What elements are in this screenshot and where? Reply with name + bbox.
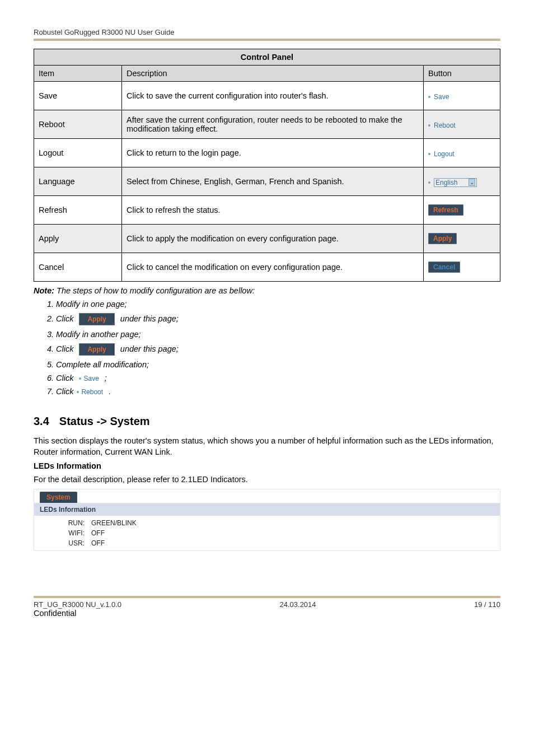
leds-value: GREEN/BLINK	[91, 519, 137, 527]
button-cell: English⌄	[424, 167, 500, 196]
step-6: Click Save ;	[56, 371, 500, 385]
logout-link[interactable]: Logout	[428, 150, 455, 158]
step-1: Modify in one page;	[56, 297, 500, 311]
steps-list: Modify in one page; Click Apply under th…	[56, 297, 500, 398]
section-heading: 3.4 Status -> System	[34, 415, 500, 428]
leds-row: USR:OFF	[34, 538, 500, 548]
item-cell: Logout	[34, 139, 122, 167]
leds-value: OFF	[91, 529, 105, 537]
button-cell: Reboot	[424, 110, 500, 139]
item-cell: Refresh	[34, 196, 122, 225]
footer-center: 24.03.2014	[279, 600, 316, 609]
section-title: Status -> System	[59, 415, 150, 428]
leds-info-header: LEDs Information	[34, 503, 500, 516]
leds-row: RUN:GREEN/BLINK	[34, 518, 500, 528]
col-item: Item	[34, 66, 122, 82]
note-label: Note:	[34, 286, 54, 295]
leds-value: OFF	[91, 539, 105, 547]
tab-row: System	[34, 489, 500, 503]
item-cell: Cancel	[34, 253, 122, 282]
leds-grid: RUN:GREEN/BLINKWIFI:OFFUSR:OFF	[34, 516, 500, 550]
desc-cell: Click to save the current configuration …	[122, 82, 424, 110]
leds-label: RUN:	[51, 519, 91, 527]
item-cell: Reboot	[34, 110, 122, 139]
save-link-inline[interactable]: Save	[79, 375, 99, 382]
language-select[interactable]: English⌄	[434, 178, 477, 187]
item-cell: Save	[34, 82, 122, 110]
footer-left: RT_UG_R3000 NU_v.1.0.0	[34, 600, 121, 609]
footer-confidential: Confidential	[34, 609, 500, 618]
col-desc: Description	[122, 66, 424, 82]
section-number: 3.4	[34, 415, 49, 428]
button-cell: Logout	[424, 139, 500, 167]
button-cell: Apply	[424, 225, 500, 253]
leds-label: USR:	[51, 539, 91, 547]
button-cell: Refresh	[424, 196, 500, 225]
table-title: Control Panel	[34, 49, 500, 66]
button-cell: Save	[424, 82, 500, 110]
reboot-link-inline[interactable]: Reboot	[77, 388, 103, 396]
step-2: Click Apply under this page;	[56, 311, 500, 328]
desc-cell: Click to apply the modification on every…	[122, 225, 424, 253]
leds-row: WIFI:OFF	[34, 528, 500, 538]
step-3: Modify in another page;	[56, 328, 500, 341]
control-panel-table: Control Panel Item Description Button Sa…	[34, 49, 500, 282]
step-5: Complete all modification;	[56, 358, 500, 371]
cancel-button[interactable]: Cancel	[428, 262, 460, 273]
tab-system[interactable]: System	[40, 492, 77, 503]
desc-cell: Select from Chinese, English, German, Fr…	[122, 167, 424, 196]
step-7: ClickReboot .	[56, 385, 500, 398]
item-cell: Apply	[34, 225, 122, 253]
step-4: Click Apply under this page;	[56, 341, 500, 358]
item-cell: Language	[34, 167, 122, 196]
desc-cell: Click to cancel the modification on ever…	[122, 253, 424, 282]
desc-cell: After save the current configuration, ro…	[122, 110, 424, 139]
note-text: The steps of how to modify configuration…	[54, 286, 255, 295]
footer-right: 19 / 110	[474, 600, 500, 609]
doc-header: Robustel GoRugged R3000 NU User Guide	[34, 28, 500, 41]
apply-button-inline[interactable]: Apply	[79, 313, 114, 325]
reboot-link[interactable]: Reboot	[428, 122, 456, 129]
col-button: Button	[424, 66, 500, 82]
section-para: This section displays the router's syste…	[34, 436, 500, 458]
leds-subpara: For the detail description, please refer…	[34, 474, 500, 486]
system-panel: System LEDs Information RUN:GREEN/BLINKW…	[34, 489, 500, 551]
page-footer: RT_UG_R3000 NU_v.1.0.0 24.03.2014 19 / 1…	[34, 596, 500, 618]
refresh-button[interactable]: Refresh	[428, 204, 463, 216]
note-block: Note: The steps of how to modify configu…	[34, 286, 500, 398]
chevron-down-icon: ⌄	[469, 179, 475, 186]
leds-label: WIFI:	[51, 529, 91, 537]
leds-subhead: LEDs Information	[34, 461, 500, 472]
save-link[interactable]: Save	[428, 93, 449, 101]
desc-cell: Click to refresh the status.	[122, 196, 424, 225]
button-cell: Cancel	[424, 253, 500, 282]
desc-cell: Click to return to the login page.	[122, 139, 424, 167]
apply-button[interactable]: Apply	[428, 233, 457, 244]
apply-button-inline[interactable]: Apply	[79, 343, 114, 356]
